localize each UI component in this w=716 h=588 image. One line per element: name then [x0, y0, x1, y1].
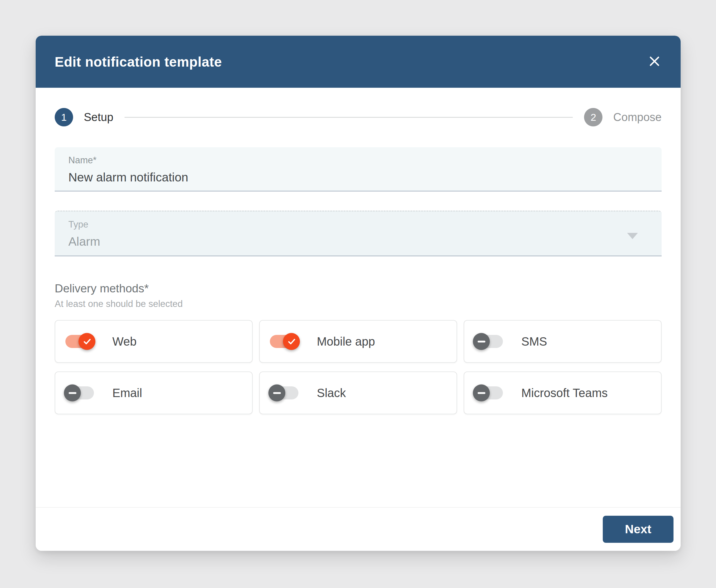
- close-button[interactable]: [645, 52, 664, 71]
- method-label-web: Web: [112, 335, 137, 348]
- edit-notification-template-dialog: Edit notification template 1 Setup 2 Com…: [36, 36, 681, 551]
- dialog-title: Edit notification template: [55, 54, 222, 70]
- toggle-knob: [64, 384, 81, 401]
- toggle-knob: [79, 333, 95, 350]
- type-field-label: Type: [68, 219, 648, 230]
- check-icon: [286, 336, 297, 346]
- step-2-label: Compose: [613, 111, 661, 124]
- minus-icon: [273, 392, 281, 394]
- method-card-sms[interactable]: SMS: [464, 320, 661, 363]
- name-field: Name*: [55, 147, 661, 191]
- minus-icon: [69, 392, 77, 394]
- minus-icon: [478, 392, 485, 394]
- step-1-label: Setup: [84, 111, 113, 124]
- step-compose[interactable]: 2 Compose: [584, 108, 661, 126]
- toggle-slack[interactable]: [270, 386, 298, 399]
- method-card-web[interactable]: Web: [55, 320, 253, 363]
- method-card-slack[interactable]: Slack: [259, 372, 457, 414]
- next-button[interactable]: Next: [603, 516, 673, 543]
- stepper: 1 Setup 2 Compose: [55, 108, 661, 126]
- chevron-down-icon: [627, 233, 638, 239]
- method-label-slack: Slack: [317, 386, 346, 400]
- method-label-email: Email: [112, 386, 142, 400]
- toggle-knob: [283, 333, 300, 350]
- toggle-knob: [473, 384, 490, 401]
- method-label-microsoft-teams: Microsoft Teams: [521, 386, 608, 400]
- toggle-knob: [473, 333, 490, 350]
- dialog-footer: Next: [36, 507, 681, 551]
- toggle-mobile-app[interactable]: [270, 335, 298, 348]
- delivery-methods-grid: Web Mobile app: [55, 320, 661, 414]
- method-card-email[interactable]: Email: [55, 372, 253, 414]
- delivery-methods-label: Delivery methods*: [55, 282, 661, 295]
- method-card-mobile-app[interactable]: Mobile app: [259, 320, 457, 363]
- method-label-mobile-app: Mobile app: [317, 335, 375, 348]
- type-field[interactable]: Type Alarm: [55, 211, 661, 256]
- toggle-knob: [268, 384, 285, 401]
- name-field-label: Name*: [68, 155, 648, 166]
- stepper-connector-line: [125, 117, 573, 118]
- dialog-header: Edit notification template: [36, 36, 681, 88]
- toggle-sms[interactable]: [474, 335, 503, 348]
- type-select-value: Alarm: [68, 235, 648, 249]
- method-card-microsoft-teams[interactable]: Microsoft Teams: [464, 372, 661, 414]
- dialog-body: 1 Setup 2 Compose Name* Type Alarm Deliv…: [36, 108, 681, 414]
- toggle-microsoft-teams[interactable]: [474, 386, 503, 399]
- toggle-email[interactable]: [65, 386, 94, 399]
- name-input[interactable]: [68, 170, 648, 184]
- check-icon: [82, 336, 92, 346]
- step-1-circle: 1: [55, 108, 73, 126]
- step-2-circle: 2: [584, 108, 603, 126]
- step-setup[interactable]: 1 Setup: [55, 108, 113, 126]
- delivery-methods-helper-text: At least one should be selected: [55, 299, 661, 309]
- close-icon: [648, 55, 661, 69]
- method-label-sms: SMS: [521, 335, 547, 348]
- minus-icon: [478, 340, 485, 342]
- toggle-web[interactable]: [65, 335, 94, 348]
